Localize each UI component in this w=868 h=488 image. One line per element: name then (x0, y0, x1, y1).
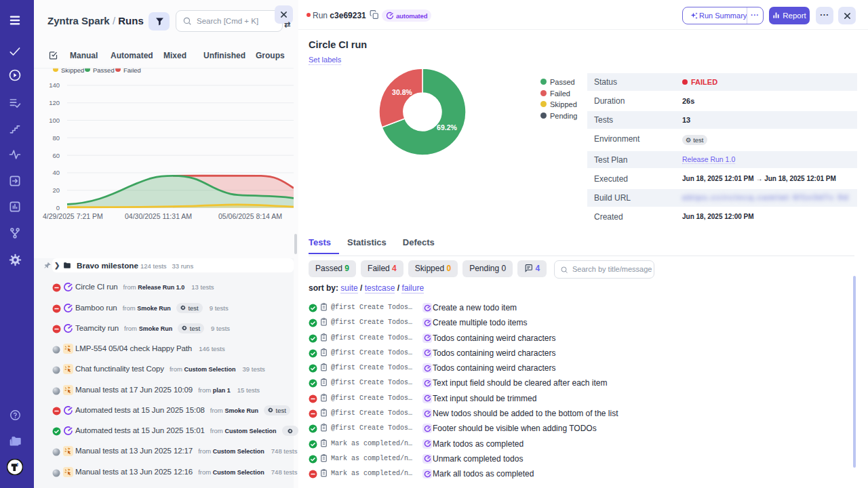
svg-text:40: 40 (52, 169, 60, 176)
svg-text:30.8%: 30.8% (392, 88, 412, 96)
svg-text:120: 120 (49, 99, 60, 106)
svg-text:4/29/2025 7:21 PM: 4/29/2025 7:21 PM (43, 212, 103, 220)
svg-text:0: 0 (56, 204, 60, 211)
svg-text:20: 20 (52, 186, 60, 194)
svg-text:60: 60 (52, 152, 60, 159)
svg-text:100: 100 (49, 117, 60, 124)
svg-text:05/06/2025 8:14 AM: 05/06/2025 8:14 AM (218, 212, 282, 220)
svg-text:140: 140 (49, 81, 60, 89)
svg-text:69.2%: 69.2% (437, 123, 457, 131)
svg-text:80: 80 (52, 134, 60, 142)
svg-text:04/30/2025 11:31 AM: 04/30/2025 11:31 AM (125, 212, 192, 220)
